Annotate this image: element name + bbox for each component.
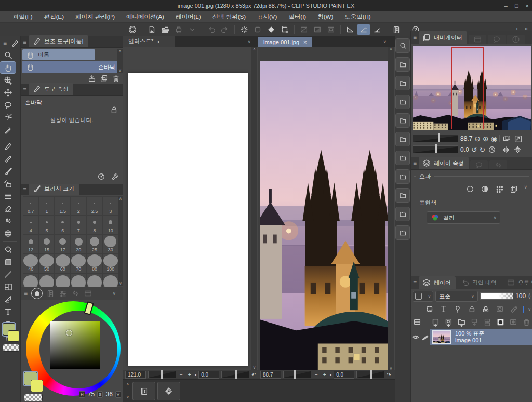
zoom-out-icon[interactable]: ⊖ (474, 135, 481, 143)
rotation-value[interactable]: 0.0 (334, 371, 354, 379)
zoom-in-icon[interactable]: ⊕ (483, 135, 489, 143)
lock-icon[interactable] (109, 105, 118, 114)
material-search-icon[interactable] (395, 38, 410, 53)
fit-screen-icon[interactable] (502, 134, 511, 143)
tool-frame-border[interactable] (0, 281, 16, 292)
delete-layer-icon[interactable] (522, 317, 531, 327)
material-folder-icon-6[interactable] (395, 151, 410, 165)
tool-fill[interactable] (0, 244, 16, 255)
transparent-color-swatch[interactable] (24, 394, 43, 401)
angle-ruler1-icon[interactable] (344, 24, 356, 35)
import-subtool-icon[interactable] (87, 74, 97, 83)
material-folder-icon-2[interactable] (395, 76, 410, 90)
opacity-value[interactable]: 100 (515, 292, 526, 300)
subtool-panel-menu-icon[interactable]: ≡ (23, 38, 26, 46)
dial-settings-icon[interactable] (97, 172, 106, 181)
new-folder-icon[interactable] (457, 317, 466, 327)
undo-icon[interactable] (205, 24, 218, 35)
print-icon[interactable] (172, 24, 185, 35)
effect-texture-icon[interactable] (509, 184, 518, 194)
tool-auto-select[interactable] (0, 112, 16, 123)
sel-box2-icon[interactable] (311, 24, 324, 35)
titlebar[interactable]: image 001.jpg (1280 x 853px 72dpi 88.7%)… (0, 0, 532, 11)
tool-blend[interactable] (0, 215, 16, 226)
brush-size-70[interactable]: 70 (71, 254, 87, 273)
flip-horizontal-icon[interactable] (501, 145, 511, 154)
fit-button[interactable]: ▪ (195, 372, 197, 378)
spinner-icon[interactable] (238, 24, 250, 35)
brush-size-tab[interactable]: 브러시 크기 (29, 184, 79, 195)
subtool-panel-tab[interactable]: 보조 도구[이동] (29, 35, 88, 47)
material-folder-icon-10[interactable] (395, 225, 410, 240)
collapse-icon[interactable]: ∨ (112, 291, 116, 296)
view-slider-icon[interactable] (58, 289, 68, 298)
maximize-button[interactable]: □ (515, 3, 518, 9)
menu-item-9[interactable]: 도움말(H) (339, 13, 376, 21)
transfer-down-icon[interactable] (470, 317, 479, 327)
brush-size-scrollbar[interactable]: ∧∨ (118, 196, 123, 286)
blend-mode-dropdown[interactable]: 표준 ∨ (435, 291, 478, 302)
brush-size-25[interactable]: 25 (87, 235, 103, 254)
menu-item-0[interactable]: 파일(F) (7, 13, 38, 21)
navigator-menu-icon[interactable]: ≡ (413, 34, 417, 41)
fit-button[interactable]: ▪ (330, 372, 332, 378)
angle-ruler3-icon[interactable] (371, 24, 383, 35)
material-folder-icon-5[interactable] (395, 132, 410, 146)
brush-size-7[interactable]: 7 (71, 216, 87, 235)
menu-item-5[interactable]: 선택 범위(S) (206, 13, 251, 21)
effect-halftone-icon[interactable] (495, 184, 504, 194)
panel-list-icon[interactable] (390, 24, 403, 35)
brush-size-6[interactable]: 6 (55, 216, 71, 235)
apply-mask-icon[interactable] (509, 317, 518, 327)
register-target-button[interactable] (157, 382, 180, 400)
snap-off-icon[interactable] (251, 24, 264, 35)
view-card-icon[interactable] (83, 289, 92, 298)
brush-size-menu-icon[interactable]: ≡ (23, 186, 26, 193)
material-folder-icon-1[interactable] (395, 57, 410, 72)
canvas-a-viewport[interactable] (123, 47, 251, 370)
navigator-thumbnail[interactable] (413, 46, 531, 130)
tab-image001[interactable]: image 001.jpg × (258, 37, 312, 47)
brush-size-10[interactable]: 10 (102, 216, 118, 235)
flip-vertical-icon[interactable] (513, 145, 522, 154)
tab-quickaccess[interactable] (488, 35, 506, 44)
tool-move[interactable] (0, 87, 16, 98)
rotation-slider[interactable] (221, 371, 249, 378)
wrench-icon[interactable] (110, 172, 119, 181)
zoom-value[interactable]: 121.0 (125, 371, 146, 379)
zoom-out-button[interactable]: − (313, 372, 320, 378)
sub-color-swatch[interactable] (31, 380, 43, 392)
tab-layer[interactable]: 레이어 (419, 276, 456, 289)
brush-size-12[interactable]: 12 (23, 235, 39, 254)
zoom-value[interactable]: 88.7 (260, 371, 281, 379)
tab-subview[interactable] (469, 35, 486, 44)
material-folder-icon-4[interactable] (395, 113, 410, 128)
navigator-view-frame[interactable] (451, 47, 483, 129)
new-raster-layer-icon[interactable] (431, 317, 440, 327)
brush-size-2[interactable]: 2 (71, 196, 87, 216)
redo-icon[interactable] (219, 24, 231, 35)
brush-size-3[interactable]: 3 (102, 196, 118, 216)
new-file-icon[interactable] (145, 24, 158, 35)
tool-property-menu-icon[interactable]: ≡ (23, 86, 26, 93)
tab-layer-property[interactable]: 레이어 속성 (419, 157, 469, 169)
tab-fx2[interactable] (489, 160, 507, 169)
material-folder-icon-9[interactable] (395, 207, 410, 221)
tab-history[interactable]: 작업 내역 (457, 276, 501, 289)
tool-rotate-canvas[interactable] (0, 74, 16, 86)
zoom-in-button[interactable]: + (322, 372, 328, 378)
brush-size-50[interactable]: 50 (39, 254, 55, 273)
brush-size-15[interactable]: 15 (39, 235, 55, 254)
tool-liquify[interactable] (0, 227, 16, 239)
menu-item-6[interactable]: 표시(V) (251, 13, 283, 21)
material-folder-icon-8[interactable] (395, 188, 410, 203)
effect-tone-icon[interactable] (480, 184, 489, 194)
rotation-value[interactable]: 0.0 (198, 371, 219, 379)
fit-window-icon[interactable] (513, 134, 523, 143)
brush-size-4[interactable]: 4 (23, 216, 39, 235)
tab-illustration[interactable]: 일러스트* • (123, 36, 175, 47)
opacity-spinner[interactable]: ∧∨ (528, 293, 531, 299)
rotate-left-icon[interactable]: ↺ (471, 145, 477, 154)
menu-item-2[interactable]: 페이지 관리(P) (70, 13, 121, 21)
zoom-in-button[interactable]: + (187, 372, 193, 378)
